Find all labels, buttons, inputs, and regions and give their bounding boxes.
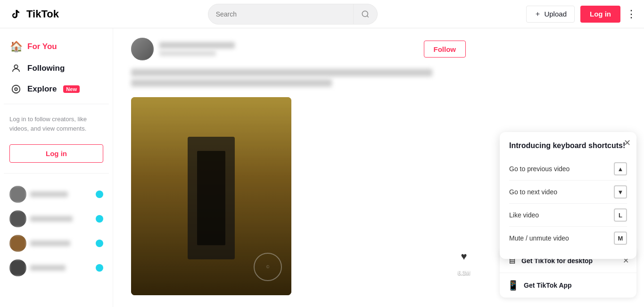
keyboard-shortcuts-title: Introducing keyboard shortcuts!: [509, 141, 627, 150]
video-thumbnail[interactable]: ©: [131, 97, 291, 295]
logo[interactable]: TikTok: [8, 7, 59, 22]
like-area: ♥ 6.3M: [453, 245, 475, 276]
avatar: [9, 186, 26, 203]
mobile-app-banner[interactable]: 📱 Get TikTok App: [500, 273, 636, 298]
suggested-name: [30, 241, 70, 246]
shortcut-label-next: Go to next video: [509, 188, 557, 196]
shortcut-row-next: Go to next video ▼: [509, 181, 627, 204]
author-handle: [159, 50, 216, 56]
video-container: Follow ©: [122, 38, 475, 295]
avatar: [9, 235, 26, 252]
main-content: Follow ©: [113, 28, 484, 307]
author-name: [159, 42, 235, 49]
header: TikTok ＋ Upload Log in ⋮: [0, 0, 644, 28]
author-info: [159, 42, 418, 56]
mobile-icon: 📱: [507, 280, 519, 291]
list-item[interactable]: [9, 182, 103, 207]
svg-point-0: [362, 11, 368, 17]
explore-icon: [9, 84, 23, 94]
search-button[interactable]: [353, 4, 378, 25]
shortcut-label-prev: Go to previous video: [509, 165, 570, 173]
shortcut-label-mute: Mute / unmute video: [509, 234, 569, 242]
suggested-name: [30, 191, 68, 197]
right-panel: ✕ Introducing keyboard shortcuts! Go to …: [484, 28, 644, 307]
sidebar-nav: 🏠 For You Following Explore New: [4, 36, 109, 99]
verified-icon: [96, 215, 103, 223]
new-badge: New: [63, 85, 80, 93]
login-prompt: Log in to follow creators, like videos, …: [4, 109, 109, 139]
list-item[interactable]: [9, 256, 103, 280]
plus-icon: ＋: [534, 9, 541, 18]
suggested-accounts: [4, 178, 109, 284]
keyboard-popup-close[interactable]: ✕: [624, 138, 631, 148]
sidebar-following-label: Following: [27, 64, 65, 73]
shortcut-row-prev: Go to previous video ▲: [509, 158, 627, 181]
shortcut-key-like: L: [614, 208, 627, 222]
sidebar-login-button[interactable]: Log in: [9, 144, 103, 163]
more-options-button[interactable]: ⋮: [626, 8, 636, 20]
like-count: 6.3M: [458, 270, 471, 276]
suggested-name: [30, 216, 73, 222]
verified-icon: [96, 264, 103, 272]
app-label: Get TikTok App: [524, 282, 629, 289]
avatar: [9, 259, 26, 276]
author-row: Follow: [131, 38, 466, 60]
header-right: ＋ Upload Log in ⋮: [526, 6, 636, 23]
shortcut-key-next: ▼: [614, 185, 627, 199]
sidebar-explore-label: Explore: [27, 84, 57, 94]
desc-line-1: [131, 69, 432, 76]
desc-line-2: [131, 79, 332, 87]
logo-text: TikTok: [26, 8, 59, 20]
video-watermark: ©: [254, 253, 282, 281]
shortcut-key-mute: M: [614, 232, 627, 245]
author-avatar: [131, 38, 154, 60]
upload-label: Upload: [544, 10, 567, 18]
sidebar-for-you-label: For You: [27, 42, 57, 51]
follow-button[interactable]: Follow: [424, 41, 466, 58]
sidebar-divider-2: [4, 173, 109, 174]
video-info: Follow ©: [131, 38, 466, 295]
tiktok-logo-icon: [8, 7, 23, 22]
home-icon: 🏠: [9, 41, 23, 53]
layout: 🏠 For You Following Explore New Log in t…: [0, 28, 644, 307]
list-item[interactable]: [9, 231, 103, 256]
like-button[interactable]: ♥: [453, 245, 475, 268]
svg-point-3: [12, 85, 20, 93]
shortcut-key-prev: ▲: [614, 162, 627, 175]
sidebar-divider: [4, 104, 109, 104]
svg-point-2: [14, 65, 17, 68]
shortcut-row-mute: Mute / unmute video M: [509, 227, 627, 249]
verified-icon: [96, 240, 103, 247]
search-input[interactable]: [208, 4, 378, 25]
following-icon: [9, 63, 23, 74]
verified-icon: [96, 191, 103, 198]
suggested-name: [30, 265, 66, 271]
sidebar: 🏠 For You Following Explore New Log in t…: [0, 28, 113, 307]
search-icon: [361, 10, 370, 18]
search-area: [208, 4, 378, 25]
avatar: [9, 210, 26, 227]
shortcut-label-like: Like video: [509, 211, 539, 219]
svg-line-1: [367, 16, 369, 17]
sidebar-item-following[interactable]: Following: [4, 58, 109, 78]
sidebar-item-for-you[interactable]: 🏠 For You: [4, 36, 109, 58]
sidebar-item-explore[interactable]: Explore New: [4, 79, 109, 99]
login-button[interactable]: Log in: [580, 6, 620, 23]
video-description: [131, 69, 466, 87]
video-wrapper: © ♥ 6.3M: [131, 97, 466, 295]
shortcut-row-like: Like video L: [509, 204, 627, 227]
list-item[interactable]: [9, 207, 103, 231]
upload-button[interactable]: ＋ Upload: [526, 6, 575, 23]
svg-point-4: [15, 88, 17, 91]
keyboard-shortcuts-popup: ✕ Introducing keyboard shortcuts! Go to …: [500, 132, 636, 259]
